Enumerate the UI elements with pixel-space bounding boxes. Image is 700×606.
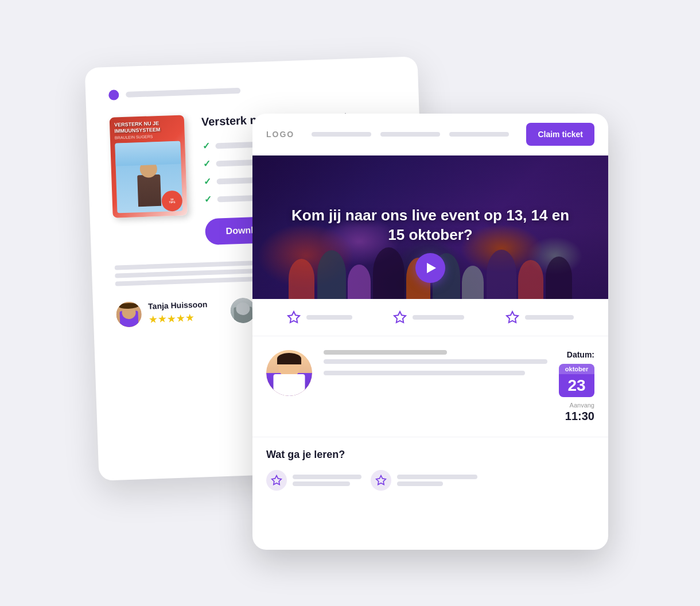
learn-item-1 — [266, 470, 361, 491]
svg-marker-1 — [394, 312, 406, 323]
datum-label: Datum: — [559, 350, 594, 359]
feature-item-1 — [287, 310, 352, 324]
check-icon: ✓ — [204, 194, 212, 205]
nav-line — [449, 132, 509, 137]
time-value: 11:30 — [559, 410, 594, 423]
features-row — [252, 299, 608, 336]
check-icon: ✓ — [203, 176, 211, 187]
feature-line — [525, 315, 574, 320]
header-nav — [312, 132, 509, 137]
hero-section: Kom jij naar ons live event op 13, 14 en… — [252, 156, 608, 299]
hero-text: Kom jij naar ons live event op 13, 14 en… — [288, 206, 573, 245]
star-icon-learn-1 — [271, 475, 282, 486]
feature-line — [413, 315, 464, 320]
learn-section: Wat ga je leren? — [252, 437, 608, 502]
speaker-desc-1 — [324, 359, 547, 364]
nav-line — [380, 132, 440, 137]
date-day: 23 — [559, 374, 594, 397]
star-icon-learn-2 — [375, 475, 387, 486]
event-header: LOGO Claim ticket — [252, 114, 608, 156]
claim-ticket-button[interactable]: Claim ticket — [526, 123, 594, 146]
speaker-desc-2 — [324, 371, 525, 375]
reviewer-row: Tanja Huissoon ★★★★★ — [116, 299, 208, 328]
avatar-image — [116, 301, 142, 328]
star-icon-1 — [287, 310, 301, 324]
learn-line-1b — [293, 481, 350, 486]
logo: LOGO — [266, 130, 294, 139]
svg-marker-3 — [272, 476, 282, 485]
learn-title: Wat ga je leren? — [266, 449, 594, 461]
hero-title: Kom jij naar ons live event op 13, 14 en… — [288, 206, 573, 245]
svg-marker-0 — [288, 312, 300, 323]
top-bar — [108, 80, 395, 100]
svg-marker-4 — [376, 476, 386, 485]
learn-icon-bg-2 — [371, 470, 391, 491]
date-month: oktober — [559, 364, 594, 374]
feature-item-2 — [393, 310, 464, 324]
learn-line-2a — [397, 475, 477, 479]
learn-items — [266, 470, 594, 491]
date-section: Datum: oktober 23 Aanvang 11:30 — [559, 350, 594, 423]
speaker-avatar — [266, 350, 312, 396]
stars: ★★★★★ — [149, 311, 208, 326]
nav-line — [312, 132, 371, 137]
book-subtitle: BRAULEIN SUGERS — [115, 133, 180, 139]
scene: VERSTERK NU JEIMMUUNSYSTEEM BRAULEIN SUG… — [92, 45, 608, 561]
reviewer-name: Tanja Huissoon — [148, 300, 208, 311]
aanvang-label: Aanvang — [559, 402, 594, 409]
feature-line — [306, 315, 352, 320]
learn-line-1a — [293, 475, 361, 479]
date-badge: oktober 23 — [559, 364, 594, 397]
feature-item-3 — [505, 310, 574, 324]
learn-icon-bg-1 — [266, 470, 287, 491]
star-icon-3 — [505, 310, 519, 324]
book-cover: VERSTERK NU JEIMMUUNSYSTEEM BRAULEIN SUG… — [110, 115, 188, 217]
book-title: VERSTERK NU JEIMMUUNSYSTEEM — [114, 120, 180, 135]
reviewer-info: Tanja Huissoon ★★★★★ — [148, 300, 208, 326]
svg-marker-2 — [507, 312, 518, 323]
purple-dot — [108, 90, 119, 100]
play-button-container — [415, 253, 445, 283]
check-icon: ✓ — [202, 141, 210, 152]
star-icon-2 — [393, 310, 407, 324]
play-button[interactable] — [415, 253, 445, 283]
speaker-info — [324, 350, 547, 379]
speaker-name-line — [324, 350, 447, 355]
speaker-name-area — [324, 350, 547, 355]
learn-item-content-1 — [293, 475, 361, 486]
learn-line-2b — [397, 481, 443, 486]
check-icon: ✓ — [203, 158, 211, 169]
speaker-section: Datum: oktober 23 Aanvang 11:30 — [252, 336, 608, 437]
top-bar-line — [126, 88, 240, 98]
avatar — [116, 301, 142, 328]
play-icon — [427, 263, 436, 273]
book-badge-text: 10TIPS — [169, 197, 176, 204]
front-card: LOGO Claim ticket — [252, 114, 608, 550]
learn-item-content-2 — [397, 475, 477, 486]
learn-item-2 — [371, 470, 477, 491]
